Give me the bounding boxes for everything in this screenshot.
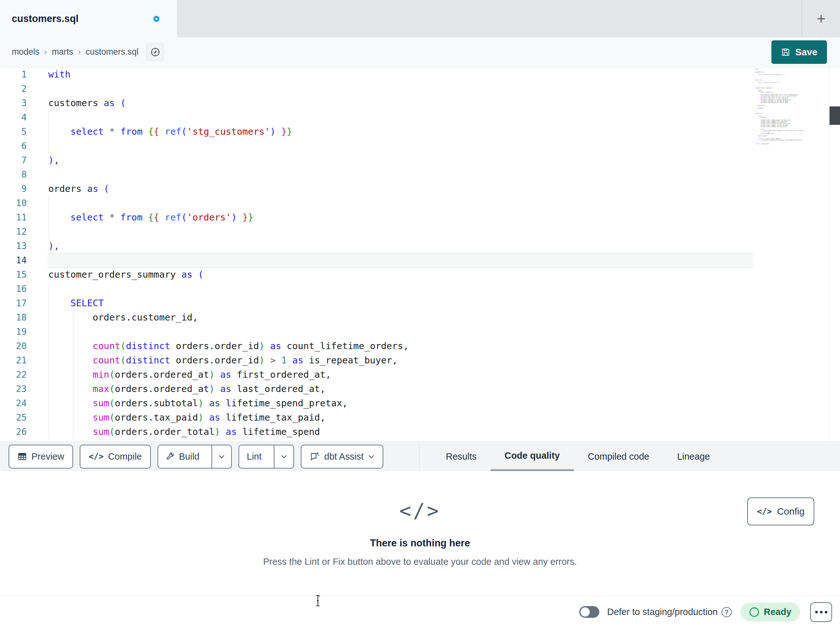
defer-label: Defer to staging/production [607, 607, 718, 617]
tab-compiled-code[interactable]: Compiled code [574, 442, 663, 471]
line-content: ), [27, 239, 59, 253]
line-content [27, 196, 48, 210]
code-icon: </> [757, 507, 772, 516]
line-number: 1 [0, 67, 27, 82]
code-line[interactable]: 1with [0, 67, 840, 82]
code-line[interactable]: 13), [0, 239, 840, 253]
line-number: 19 [0, 325, 27, 339]
code-line[interactable]: 4 [0, 110, 840, 125]
code-line[interactable]: 23 max(orders.ordered_at) as last_ordere… [0, 382, 840, 396]
new-tab-button[interactable]: + [802, 0, 840, 37]
compile-label: Compile [108, 451, 142, 462]
code-line[interactable]: 21 count(distinct orders.order_id) > 1 a… [0, 353, 840, 367]
dot-icon [820, 611, 823, 614]
code-line[interactable]: 8 [0, 168, 840, 182]
line-content: ), [27, 153, 59, 168]
status-bar: Defer to staging/production ? Ready [0, 596, 840, 628]
code-line[interactable]: 3customers as ( [0, 96, 840, 110]
tab-results[interactable]: Results [432, 442, 491, 471]
compass-icon [150, 47, 160, 57]
code-line[interactable]: 17 SELECT [0, 296, 840, 310]
line-content [27, 282, 48, 296]
chevron-down-icon [368, 454, 374, 459]
tab-code-quality[interactable]: Code quality [491, 442, 574, 471]
more-options-button[interactable] [810, 602, 832, 622]
code-line[interactable]: 9orders as ( [0, 182, 840, 196]
build-dropdown-button[interactable] [212, 445, 231, 468]
line-number: 17 [0, 296, 27, 310]
build-split-button: Build [158, 445, 232, 468]
code-line[interactable]: 10 [0, 196, 840, 210]
code-editor[interactable]: 1with23customers as (45 select * from {{… [0, 67, 840, 441]
line-content: select * from {{ ref('orders') }} [27, 210, 253, 225]
line-content: customers as ( [27, 96, 126, 110]
code-line[interactable]: 24 sum(orders.subtotal) as lifetime_spen… [0, 396, 840, 410]
ide-status-badge[interactable]: Ready [741, 603, 800, 621]
save-button[interactable]: Save [771, 40, 827, 64]
line-content: count(distinct orders.order_id) > 1 as i… [27, 353, 398, 367]
code-line[interactable]: 2 [0, 82, 840, 96]
breadcrumb-customers-sql[interactable]: customers.sql [86, 47, 139, 57]
lint-button[interactable]: Lint [239, 445, 269, 468]
help-icon[interactable]: ? [722, 607, 732, 617]
line-content: min(orders.ordered_at) as first_ordered_… [27, 367, 331, 382]
breadcrumb-marts[interactable]: marts [52, 47, 73, 57]
code-line[interactable]: 25 sum(orders.tax_paid) as lifetime_tax_… [0, 410, 840, 425]
assist-sparkle-chat-icon [309, 451, 320, 462]
plus-icon: + [816, 11, 826, 26]
explore-lineage-button[interactable] [146, 43, 164, 61]
tab-customers-sql[interactable]: customers.sql [0, 0, 177, 38]
line-number: 2 [0, 82, 27, 96]
build-label: Build [179, 451, 200, 462]
line-number: 25 [0, 410, 27, 425]
code-line[interactable]: 26 sum(orders.order_total) as lifetime_s… [0, 425, 840, 439]
dbt-assist-button[interactable]: dbt Assist [301, 445, 383, 468]
code-line[interactable]: 18 orders.customer_id, [0, 310, 840, 325]
line-number: 13 [0, 239, 27, 253]
dot-icon [825, 611, 827, 614]
code-icon: </> [88, 452, 104, 461]
breadcrumb-models[interactable]: models [12, 47, 39, 57]
preview-button[interactable]: Preview [9, 445, 73, 468]
code-line[interactable]: 6 [0, 139, 840, 153]
line-content [27, 168, 48, 182]
line-number: 24 [0, 396, 27, 410]
toolbar-divider [419, 442, 420, 471]
line-number: 6 [0, 139, 27, 153]
chevron-down-icon [218, 454, 225, 459]
line-number: 18 [0, 310, 27, 325]
code-line[interactable]: 19 [0, 325, 840, 339]
compile-button[interactable]: </> Compile [80, 445, 150, 468]
line-number: 8 [0, 168, 27, 182]
code-line[interactable]: 14 [0, 253, 840, 267]
tab-lineage[interactable]: Lineage [663, 442, 724, 471]
dbt-assist-label: dbt Assist [324, 451, 364, 462]
line-content [27, 253, 48, 267]
code-line[interactable]: 15customer_orders_summary as ( [0, 267, 840, 282]
code-line[interactable]: 5 select * from {{ ref('stg_customers') … [0, 125, 840, 139]
line-number: 3 [0, 96, 27, 110]
code-line[interactable]: 22 min(orders.ordered_at) as first_order… [0, 367, 840, 382]
status-ring-icon [750, 607, 759, 617]
defer-toggle[interactable] [579, 606, 599, 618]
build-button[interactable]: Build [158, 445, 207, 468]
code-line[interactable]: 11 select * from {{ ref('orders') }} [0, 210, 840, 225]
lint-dropdown-button[interactable] [274, 445, 294, 468]
line-number: 4 [0, 110, 27, 125]
empty-state-title: There is nothing here [0, 538, 840, 549]
line-content: customer_orders_summary as ( [27, 267, 204, 282]
code-line[interactable]: 16 [0, 282, 840, 296]
config-button[interactable]: </> Config [747, 497, 814, 525]
line-number: 12 [0, 225, 27, 239]
editor-tab-bar: customers.sql + [0, 0, 840, 37]
tab-title: customers.sql [12, 13, 79, 24]
line-number: 23 [0, 382, 27, 396]
line-content [27, 110, 48, 125]
code-line[interactable]: 20 count(distinct orders.order_id) as co… [0, 339, 840, 353]
text-cursor-icon [315, 595, 321, 607]
line-number: 5 [0, 125, 27, 139]
empty-state-description: Press the Lint or Fix button above to ev… [0, 557, 840, 567]
code-line[interactable]: 12 [0, 225, 840, 239]
line-content: sum(orders.order_total) as lifetime_spen… [27, 425, 320, 439]
code-line[interactable]: 7), [0, 153, 840, 168]
